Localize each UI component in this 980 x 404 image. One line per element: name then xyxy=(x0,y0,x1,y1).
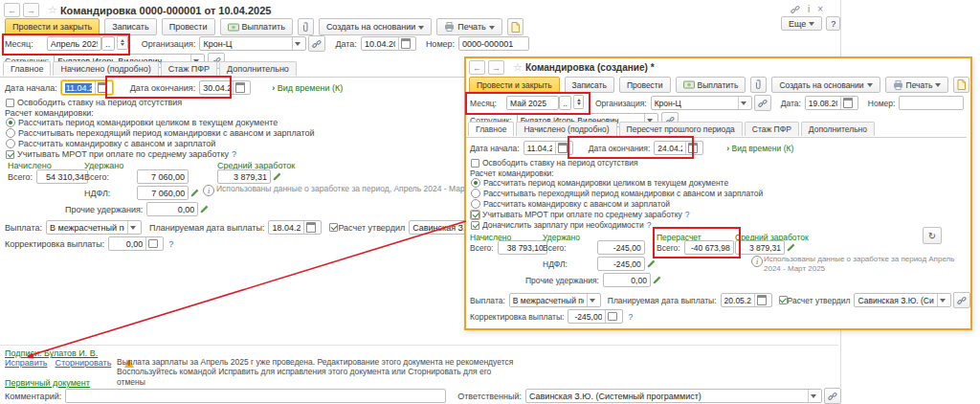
avg-earnings-field[interactable]: 3 879,31 xyxy=(735,240,785,255)
pencil-icon[interactable] xyxy=(647,259,656,268)
organization-open-link-icon[interactable] xyxy=(754,95,771,111)
month-select-button[interactable]: .. xyxy=(559,96,571,110)
accrued-total-field[interactable]: 38 793,10 xyxy=(498,240,547,255)
primary-doc-link[interactable]: Первичный документ xyxy=(5,378,90,388)
back-nav-forward-button[interactable]: → xyxy=(23,3,39,17)
accrued-total-field[interactable]: 54 310,34 xyxy=(36,169,88,184)
month-field[interactable]: Апрель 2025 xyxy=(47,36,101,51)
recalc-total-field[interactable]: -40 673,98 xyxy=(684,240,734,255)
pay-button[interactable]: Выплатить xyxy=(220,18,293,35)
approver-open-link-icon[interactable] xyxy=(953,292,970,308)
tab-dopolnitelno[interactable]: Дополнительно xyxy=(219,61,297,76)
calc-option1-radio[interactable] xyxy=(6,118,15,127)
calc-option2-radio[interactable] xyxy=(471,189,480,198)
front-nav-back-button[interactable]: ← xyxy=(469,60,485,75)
release-rate-checkbox[interactable] xyxy=(471,159,479,168)
number-field[interactable] xyxy=(899,96,964,110)
pencil-icon[interactable] xyxy=(200,205,209,213)
post-button[interactable]: Провести xyxy=(162,18,215,35)
ndfl-field[interactable]: -245,00 xyxy=(597,257,645,271)
write-button[interactable]: Записать xyxy=(104,18,156,35)
reminder-doc-button[interactable] xyxy=(953,77,969,93)
month-spinner[interactable] xyxy=(117,35,128,50)
planned-date-field[interactable]: 20.05.2025 xyxy=(721,293,772,307)
ndfl-field[interactable]: 7 060,00 xyxy=(137,186,189,200)
front-nav-forward-button[interactable]: → xyxy=(488,60,504,75)
pencil-icon[interactable] xyxy=(190,189,199,197)
responsible-field[interactable]: Савинская З.Ю. (Системный программист) xyxy=(525,389,822,403)
date-field[interactable]: 19.08.2025 xyxy=(805,96,858,110)
release-rate-checkbox[interactable] xyxy=(6,99,14,107)
help-mark[interactable]: ? xyxy=(647,220,652,230)
correction-field[interactable]: 0,00 xyxy=(108,236,164,251)
mrot-checkbox[interactable] xyxy=(471,211,479,219)
comment-input[interactable] xyxy=(65,389,446,403)
tab-stazh-pfr[interactable]: Стаж ПФР xyxy=(161,61,217,76)
date-end-field[interactable]: 24.04.2025 xyxy=(654,141,703,155)
print-button[interactable]: Печать xyxy=(885,77,949,93)
tab-nachisleno[interactable]: Начислено (подробно) xyxy=(516,122,616,136)
help-button[interactable]: ? xyxy=(826,16,840,31)
month-select-button[interactable]: .. xyxy=(101,36,115,51)
other-withhold-field[interactable]: 0,00 xyxy=(146,202,198,216)
date-start-field[interactable]: 11.04.2025 xyxy=(523,141,573,155)
tab-glavnoe[interactable]: Главное xyxy=(3,61,51,76)
calc-option1-radio[interactable] xyxy=(471,178,480,188)
withheld-total-field[interactable]: -245,00 xyxy=(597,240,645,255)
post-and-close-button[interactable]: Провести и закрыть xyxy=(469,77,560,93)
close-icon[interactable]: × xyxy=(817,4,823,14)
avg-earnings-field[interactable]: 3 879,31 xyxy=(217,169,271,184)
tab-stazh-pfr[interactable]: Стаж ПФР xyxy=(745,122,799,136)
info-icon[interactable]: i xyxy=(808,4,810,14)
pencil-icon[interactable] xyxy=(273,172,281,181)
create-based-on-button[interactable]: Создать на основании xyxy=(771,77,880,93)
calc-option2-radio[interactable] xyxy=(6,128,15,138)
calc-option3-radio[interactable] xyxy=(471,199,480,209)
tab-nachisleno[interactable]: Начислено (подробно) xyxy=(53,61,158,76)
date-end-field[interactable]: 30.04.2025 xyxy=(199,80,251,95)
help-mark[interactable]: ? xyxy=(168,239,173,249)
organization-field[interactable]: Крон-Ц xyxy=(199,36,306,51)
calc-option3-radio[interactable] xyxy=(6,139,15,148)
tab-pereschet[interactable]: Пересчет прошлого периода xyxy=(619,122,743,136)
payment-kind-field[interactable]: В межрасчетный период xyxy=(509,293,601,307)
favorite-star-icon[interactable]: ☆ xyxy=(48,4,57,16)
create-based-on-button[interactable]: Создать на основании xyxy=(319,18,432,35)
fix-link[interactable]: Исправить xyxy=(5,358,47,368)
get-link-icon[interactable] xyxy=(791,5,800,14)
post-and-close-button[interactable]: Провести и закрыть xyxy=(5,18,100,35)
dop-checkbox[interactable] xyxy=(471,221,479,230)
date-start-field[interactable]: 11.04.2025 xyxy=(61,80,113,95)
favorite-star-icon[interactable]: ☆ xyxy=(513,61,523,74)
payment-kind-field[interactable]: В межрасчетный период xyxy=(46,220,142,235)
storno-link[interactable]: Сторнировать xyxy=(55,358,111,368)
pencil-icon[interactable] xyxy=(653,276,661,284)
reminder-doc-button[interactable] xyxy=(507,18,523,35)
attachments-button[interactable] xyxy=(298,18,314,35)
refresh-button[interactable]: ↻ xyxy=(923,227,942,244)
back-nav-back-button[interactable]: ← xyxy=(4,3,20,17)
pencil-icon[interactable] xyxy=(787,243,795,252)
number-field[interactable]: 0000-000001 xyxy=(458,36,529,51)
month-field[interactable]: Май 2025 xyxy=(506,96,559,110)
help-mark[interactable]: ? xyxy=(685,210,690,219)
withheld-total-field[interactable]: 7 060,00 xyxy=(137,169,189,184)
organization-field[interactable]: Крон-Ц xyxy=(651,96,752,110)
time-kind-link[interactable]: › Вид времени (К) xyxy=(272,83,343,93)
month-spinner[interactable] xyxy=(573,95,584,109)
print-button[interactable]: Печать xyxy=(436,18,501,35)
other-withhold-field[interactable]: 0,00 xyxy=(603,273,651,287)
approved-checkbox[interactable] xyxy=(779,296,788,304)
tab-glavnoe[interactable]: Главное xyxy=(468,122,514,136)
responsible-open-link-icon[interactable] xyxy=(824,388,841,404)
date-field[interactable]: 10.04.2025 xyxy=(361,36,416,51)
organization-open-link-icon[interactable] xyxy=(308,35,325,52)
correction-field[interactable]: -245,00 xyxy=(568,309,623,324)
write-button[interactable]: Записать xyxy=(565,77,614,93)
signatures-link[interactable]: Подписи: Булатов И. В. xyxy=(5,348,98,358)
approver-field[interactable]: Савинская З.Ю. (Системный прог xyxy=(854,293,951,307)
time-kind-link[interactable]: › Вид времени (К) xyxy=(726,144,793,153)
help-mark[interactable]: ? xyxy=(628,312,633,322)
mrot-checkbox[interactable] xyxy=(6,150,14,159)
attachments-button[interactable] xyxy=(750,77,767,93)
